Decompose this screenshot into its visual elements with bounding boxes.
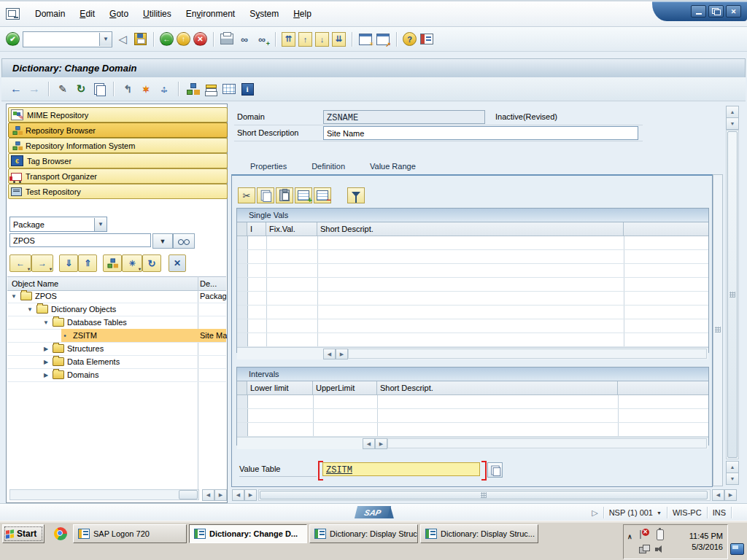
back-icon[interactable] [160, 32, 174, 46]
menu-help[interactable]: Help [287, 7, 318, 21]
tree-row-dictionary-objects[interactable]: Dictionary Objects [7, 303, 226, 316]
value-help-button[interactable] [487, 462, 503, 478]
menu-edit[interactable]: Edit [73, 7, 101, 21]
vscroll-up-button[interactable] [726, 106, 739, 118]
task-dictionary-display-1[interactable]: Dictionary: Display Struc... [309, 524, 418, 543]
short-description-field[interactable] [323, 126, 638, 140]
panel-hscroll-thumb[interactable] [260, 491, 708, 499]
task-dictionary-change[interactable]: Dictionary: Change D... [189, 524, 307, 543]
favorites-button[interactable] [122, 254, 142, 272]
close-button[interactable] [726, 5, 741, 18]
col-lower-limit[interactable]: Lower limit [247, 381, 313, 394]
next-page-icon[interactable] [315, 32, 329, 47]
display-package-button[interactable] [173, 233, 195, 249]
intervals-row[interactable] [237, 395, 708, 409]
browse-type-combobox[interactable]: Package [9, 217, 107, 232]
find-icon[interactable] [237, 32, 252, 47]
customize-layout-icon[interactable] [420, 34, 433, 44]
tray-chevron-icon[interactable] [627, 533, 632, 540]
scroll-right-button[interactable] [375, 438, 387, 449]
tree-hscroll-thumb[interactable] [179, 490, 198, 499]
tree-expander-icon[interactable] [42, 359, 50, 365]
scroll-right-button[interactable] [336, 349, 348, 359]
vscroll-down-button-2[interactable] [726, 472, 739, 485]
sidebar-button-test-repository[interactable]: Test Repository [8, 184, 228, 199]
status-dropdown-icon[interactable] [657, 510, 662, 516]
tree-forward-button[interactable] [31, 254, 53, 272]
panel-splitter[interactable] [713, 174, 723, 486]
single-vals-row[interactable] [237, 264, 708, 278]
restore-button[interactable] [708, 5, 724, 18]
tree-back-button[interactable] [9, 254, 31, 272]
command-field[interactable] [23, 34, 99, 45]
where-used-icon[interactable] [157, 82, 171, 96]
row-selector[interactable] [237, 395, 248, 408]
activate-icon[interactable] [139, 82, 153, 96]
last-page-icon[interactable] [332, 32, 346, 47]
tree-refresh-button[interactable] [142, 254, 161, 272]
hscroll-right-button[interactable] [244, 489, 257, 501]
value-table-field[interactable] [322, 462, 480, 476]
single-vals-row[interactable] [237, 250, 708, 264]
copy-rows-icon[interactable] [257, 187, 274, 203]
task-sap-logon[interactable]: SAP Logon 720 [73, 524, 187, 543]
browse-type-dropdown-icon[interactable] [94, 218, 107, 231]
row-selector[interactable] [237, 250, 248, 263]
row-selector[interactable] [237, 236, 248, 249]
sidebar-button-repository-infosystem[interactable]: Repository Information System [8, 138, 228, 153]
single-vals-row[interactable] [237, 333, 708, 347]
check-icon[interactable] [120, 82, 135, 96]
tree-expander-icon[interactable] [42, 319, 50, 326]
insert-row-icon[interactable] [295, 187, 312, 203]
tree-row-domains[interactable]: Domains [7, 368, 226, 382]
vscroll-thumb[interactable] [727, 131, 738, 458]
action-center-flag-icon[interactable] [639, 529, 649, 540]
filter-icon[interactable] [347, 187, 365, 203]
table-settings-icon[interactable] [222, 84, 236, 94]
package-name-input[interactable] [9, 233, 151, 247]
row-selector-header[interactable] [237, 222, 247, 236]
single-vals-row[interactable] [237, 278, 708, 292]
single-vals-row[interactable] [237, 306, 708, 319]
save-icon[interactable] [134, 33, 147, 45]
expand-all-button[interactable] [59, 254, 78, 272]
single-vals-row[interactable] [237, 319, 708, 333]
sidebar-button-mime-repository[interactable]: MIME Repository [8, 107, 228, 122]
col-fix-val[interactable]: Fix.Val. [266, 222, 317, 236]
scroll-left-button[interactable] [363, 438, 375, 449]
new-session-icon[interactable] [359, 34, 372, 45]
network-icon[interactable] [639, 545, 649, 553]
insert-mode-indicator[interactable]: INS [713, 508, 726, 517]
find-next-icon[interactable] [255, 32, 269, 47]
hscroll-left-button[interactable] [232, 489, 244, 501]
tab-value-range[interactable]: Value Range [357, 159, 426, 174]
tree-row-data-elements[interactable]: Data Elements [7, 355, 226, 369]
tab-properties[interactable]: Properties [237, 159, 297, 174]
intervals-row[interactable] [237, 423, 708, 437]
enter-key-icon[interactable] [115, 32, 130, 47]
help-icon[interactable]: ? [403, 32, 417, 46]
vscroll-track[interactable] [726, 130, 739, 459]
row-selector[interactable] [237, 333, 248, 346]
sidebar-button-transport-organizer[interactable]: Transport Organizer [8, 168, 228, 184]
show-desktop-icon[interactable] [730, 543, 744, 555]
intervals-row[interactable] [237, 409, 708, 423]
vscroll-up-button-2[interactable] [726, 461, 739, 473]
tree-row-structures[interactable]: Structures [7, 342, 226, 356]
menu-utilities[interactable]: Utilities [136, 7, 178, 21]
tree-hscroll-track[interactable] [9, 489, 199, 500]
hscroll-track[interactable] [387, 438, 707, 448]
cut-icon[interactable] [238, 187, 255, 203]
col-short-descript[interactable]: Short Descript. [317, 222, 624, 236]
hscroll-left-button-2[interactable] [712, 489, 724, 501]
domain-name-field[interactable] [323, 110, 485, 124]
row-selector-header[interactable] [237, 381, 247, 394]
tree-expander-icon[interactable] [42, 372, 50, 378]
tree-row-zpos[interactable]: ZPOS Packag [7, 289, 226, 303]
panel-hscroll-track[interactable] [258, 489, 711, 501]
menu-system[interactable]: System [243, 7, 285, 21]
tree-hierarchy-button[interactable] [103, 254, 122, 272]
row-selector[interactable] [237, 264, 248, 277]
copy-object-icon[interactable] [94, 83, 104, 95]
tree-row-database-tables[interactable]: Database Tables [7, 316, 226, 330]
